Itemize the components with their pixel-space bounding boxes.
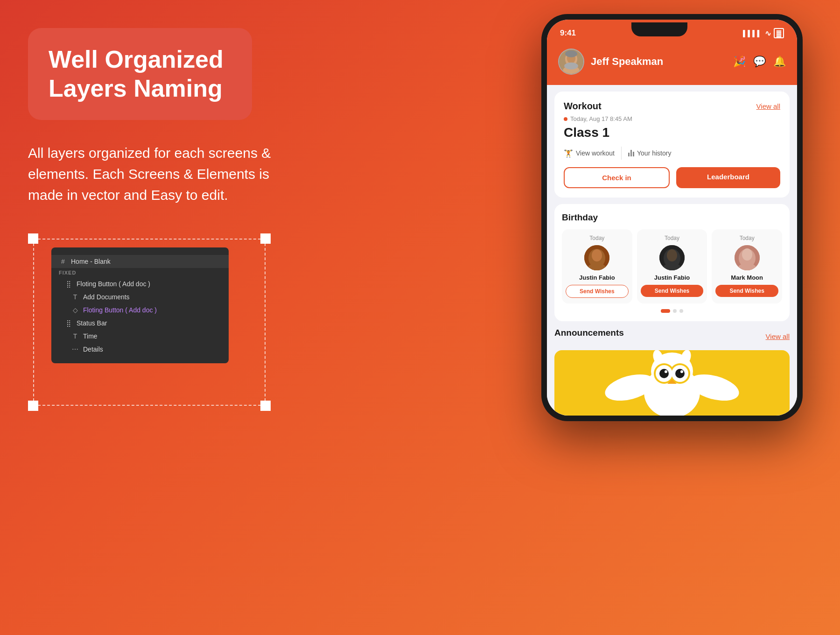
leaderboard-button[interactable]: Leaderboard xyxy=(676,167,780,188)
bday-tag-0: Today xyxy=(566,235,629,241)
diamond-icon-2: ◇ xyxy=(71,306,79,314)
workout-title: Workout xyxy=(564,101,602,112)
text-icon-1: T xyxy=(71,293,79,301)
layer-label-1: Add Documents xyxy=(83,293,130,301)
layer-label-0: Floting Button ( Add doc ) xyxy=(77,280,150,288)
layer-row-4: T Time xyxy=(51,330,229,343)
battery-icon: ▓ xyxy=(774,28,784,38)
birthday-card-0: Today Justin Fabio Send Wishes xyxy=(562,229,632,303)
phone-screen: 9:41 ▌▌▌▌ ∿ ▓ xyxy=(547,20,797,416)
svg-point-17 xyxy=(742,248,752,261)
layer-label-3: Status Bar xyxy=(77,319,107,327)
announcement-image xyxy=(554,350,790,416)
dot-1 xyxy=(673,309,677,313)
bday-avatar-2 xyxy=(735,245,760,270)
bday-tag-2: Today xyxy=(715,235,778,241)
app-header: Jeff Speakman 🎉 💬 🔔 xyxy=(547,44,797,85)
svg-point-5 xyxy=(564,63,578,70)
check-in-button[interactable]: Check in xyxy=(564,167,670,188)
view-workout-link[interactable]: 🏋 View workout xyxy=(564,149,615,158)
workout-card: Workout View all Today, Aug 17 8:45 AM C… xyxy=(554,92,790,198)
layers-container: # Home - Blank FIXED ⣿ Floting Button ( … xyxy=(28,233,271,411)
birthday-card-2: Today Mark Moon Send Wishes xyxy=(712,229,782,303)
svg-point-30 xyxy=(680,370,683,373)
phone-container: 9:41 ▌▌▌▌ ∿ ▓ xyxy=(541,14,803,421)
workout-card-header: Workout View all xyxy=(564,101,780,112)
layer-row-0: ⣿ Floting Button ( Add doc ) xyxy=(51,277,229,290)
signal-icon: ▌▌▌▌ xyxy=(743,30,762,37)
description-text: All layers organized for each screens & … xyxy=(28,142,299,205)
workout-buttons: Check in Leaderboard xyxy=(564,167,780,188)
layer-home-label: Home - Blank xyxy=(71,258,111,265)
owl-illustration xyxy=(554,350,790,416)
grid-icon-5: ⋯ xyxy=(71,346,79,353)
chart-icon xyxy=(628,149,634,158)
layer-label-2: Floting Button ( Add doc ) xyxy=(83,306,157,314)
dot-2 xyxy=(679,309,683,313)
bday-avatar-1 xyxy=(659,245,685,270)
layer-label-4: Time xyxy=(83,332,98,340)
bday-tag-1: Today xyxy=(641,235,704,241)
avatar-face xyxy=(559,49,583,74)
user-info: Jeff Speakman xyxy=(558,49,663,75)
bday-name-0: Justin Fabio xyxy=(566,274,629,281)
layer-label-5: Details xyxy=(83,346,103,353)
bday-avatar-0 xyxy=(584,245,609,270)
header-icons: 🎉 💬 🔔 xyxy=(733,56,786,68)
workout-actions: 🏋 View workout Your history xyxy=(564,147,780,160)
view-workout-label: View workout xyxy=(576,149,615,157)
layer-row-2: ◇ Floting Button ( Add doc ) xyxy=(51,303,229,317)
celebration-icon[interactable]: 🎉 xyxy=(733,56,746,68)
announcements-title: Announcements xyxy=(554,328,624,338)
status-time: 9:41 xyxy=(560,28,576,38)
bday-btn-1[interactable]: Send Wishes xyxy=(641,285,704,297)
announcements-header: Announcements View all xyxy=(554,328,790,345)
dumbbell-icon: 🏋 xyxy=(564,149,573,158)
svg-point-13 xyxy=(667,249,677,261)
workout-class: Class 1 xyxy=(564,125,780,140)
workout-date-text: Today, Aug 17 8:45 AM xyxy=(570,115,632,122)
bell-icon[interactable]: 🔔 xyxy=(773,56,786,68)
svg-point-9 xyxy=(592,249,602,261)
layer-row-5: ⋯ Details xyxy=(51,343,229,356)
layer-row-3: ⣿ Status Bar xyxy=(51,317,229,330)
bday-btn-2[interactable]: Send Wishes xyxy=(715,285,778,297)
bday-btn-0[interactable]: Send Wishes xyxy=(566,285,629,298)
phone-frame: 9:41 ▌▌▌▌ ∿ ▓ xyxy=(541,14,803,421)
date-dot xyxy=(564,117,567,121)
svg-point-27 xyxy=(659,369,669,378)
birthday-card-1: Today Justin Fabio Send Wishes xyxy=(637,229,707,303)
layer-row-1: T Add Documents xyxy=(51,290,229,303)
birthday-cards: Today Justin Fabio Send Wishes xyxy=(562,229,782,303)
hash-icon: # xyxy=(59,258,67,265)
component-icon-0: ⣿ xyxy=(64,280,73,288)
layer-fixed-section: FIXED xyxy=(51,268,229,277)
workout-date: Today, Aug 17 8:45 AM xyxy=(564,115,780,122)
your-history-link[interactable]: Your history xyxy=(628,149,671,158)
dots-indicator xyxy=(562,309,782,313)
chat-icon[interactable]: 💬 xyxy=(753,56,766,68)
action-divider xyxy=(621,147,622,160)
layer-row-home: # Home - Blank xyxy=(51,255,229,268)
bar-chart xyxy=(628,149,634,156)
layers-panel: # Home - Blank FIXED ⣿ Floting Button ( … xyxy=(51,247,229,363)
bday-name-2: Mark Moon xyxy=(715,274,778,281)
announcements-view-all[interactable]: View all xyxy=(766,332,790,340)
notch xyxy=(631,22,687,36)
wifi-icon: ∿ xyxy=(765,29,771,38)
svg-point-4 xyxy=(565,50,577,57)
birthday-section: Birthday Today Justi xyxy=(554,204,790,321)
user-name: Jeff Speakman xyxy=(591,56,663,68)
svg-point-28 xyxy=(675,369,685,378)
status-bar: 9:41 ▌▌▌▌ ∿ ▓ xyxy=(547,20,797,44)
text-icon-4: T xyxy=(71,332,79,340)
svg-point-29 xyxy=(665,370,667,373)
title-line1: Well Organized Layers Naming xyxy=(49,45,231,103)
your-history-label: Your history xyxy=(637,149,671,157)
title-card: Well Organized Layers Naming xyxy=(28,28,252,120)
component-icon-3: ⣿ xyxy=(64,319,73,327)
announcements-section: Announcements View all xyxy=(547,328,797,416)
dot-0 xyxy=(661,309,670,313)
avatar xyxy=(558,49,584,75)
workout-view-all[interactable]: View all xyxy=(756,102,780,110)
